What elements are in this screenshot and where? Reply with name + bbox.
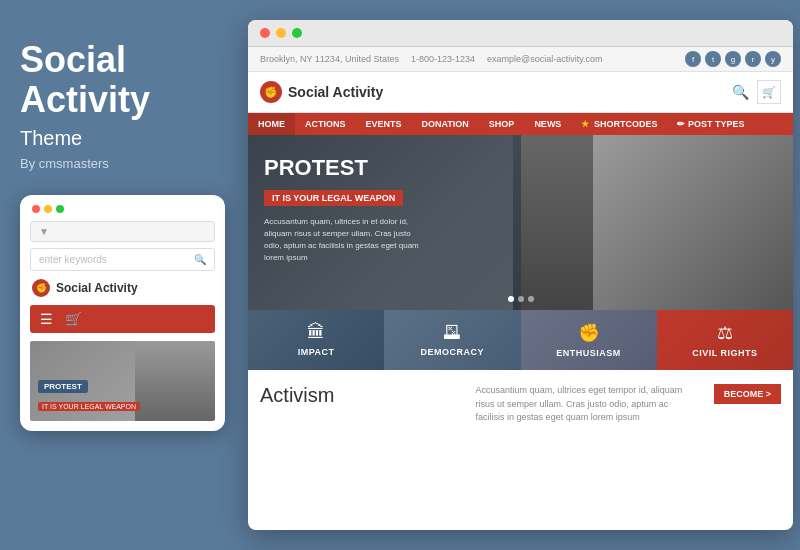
mobile-search-icon: 🔍 <box>194 254 206 265</box>
nav-actions[interactable]: ACTIONS <box>295 113 356 135</box>
mobile-window-dots <box>30 205 215 213</box>
browser-dot-yellow[interactable] <box>276 28 286 38</box>
mobile-hero-overlay: PROTEST IT IS YOUR LEGAL WEAPON <box>38 375 140 413</box>
nav-events[interactable]: EVENTS <box>356 113 412 135</box>
twitter-icon[interactable]: t <box>705 51 721 67</box>
feature-card-democracy[interactable]: 🗳 DEMOCRACY <box>384 310 520 370</box>
mobile-search-placeholder: enter keywords <box>39 254 107 265</box>
facebook-icon[interactable]: f <box>685 51 701 67</box>
impact-icon: 🏛 <box>256 322 376 343</box>
left-panel: SocialActivity Theme By cmsmasters ▼ ent… <box>0 0 248 550</box>
mobile-cart-icon[interactable]: 🛒 <box>65 311 82 327</box>
hero-dot-2[interactable] <box>518 296 524 302</box>
site-topbar: Brooklyn, NY 11234, United States 1-800-… <box>248 47 793 72</box>
hero-content: PROTEST IT IS YOUR LEGAL WEAPON Accusant… <box>264 155 424 264</box>
hero-weapon-subtitle: IT IS YOUR LEGAL WEAPON <box>264 190 403 206</box>
impact-label: IMPACT <box>256 347 376 357</box>
feature-card-civil-rights[interactable]: ⚖ CIVIL RIGHTS <box>657 310 793 370</box>
site-navigation: HOME ACTIONS EVENTS DONATION SHOP NEWS ★… <box>248 113 793 135</box>
activism-title: Activism <box>260 384 464 407</box>
site-search-button[interactable]: 🔍 <box>732 84 749 100</box>
nav-news[interactable]: NEWS <box>524 113 571 135</box>
mobile-dot-green <box>56 205 64 213</box>
mobile-logo-text: Social Activity <box>56 281 138 295</box>
browser-content: Brooklyn, NY 11234, United States 1-800-… <box>248 47 793 529</box>
topbar-location: Brooklyn, NY 11234, United States <box>260 54 399 64</box>
mobile-weapon-badge: IT IS YOUR LEGAL WEAPON <box>38 402 140 411</box>
mobile-logo-icon: ✊ <box>32 279 50 297</box>
mobile-menu-icon[interactable]: ☰ <box>40 311 53 327</box>
topbar-email: example@social-activity.com <box>487 54 603 64</box>
theme-subtitle: Theme <box>20 127 228 150</box>
nav-shortcodes[interactable]: ★ SHORTCODES <box>571 113 667 135</box>
bottom-left: Activism <box>260 384 476 425</box>
hero-dot-1[interactable] <box>508 296 514 302</box>
cart-button[interactable]: 🛒 <box>757 80 781 104</box>
feature-card-impact[interactable]: 🏛 IMPACT <box>248 310 384 370</box>
google-icon[interactable]: g <box>725 51 741 67</box>
site-header: ✊ Social Activity 🔍 🛒 <box>248 72 793 113</box>
browser-dot-green[interactable] <box>292 28 302 38</box>
become-button[interactable]: BECOME > <box>714 384 781 404</box>
nav-shop[interactable]: SHOP <box>479 113 525 135</box>
browser-titlebar <box>248 20 793 47</box>
theme-by: By cmsmasters <box>20 156 228 171</box>
youtube-icon[interactable]: y <box>765 51 781 67</box>
hero-body-text: Accusantum quam, ultrices in et dolor id… <box>264 216 424 264</box>
hero-section: PROTEST IT IS YOUR LEGAL WEAPON Accusant… <box>248 135 793 310</box>
hero-protest-title: PROTEST <box>264 155 424 181</box>
mobile-nav-bar: ☰ 🛒 <box>30 305 215 333</box>
civil-rights-label: CIVIL RIGHTS <box>665 348 785 358</box>
nav-donation[interactable]: DONATION <box>412 113 479 135</box>
bottom-body-text: Accusantium quam, ultrices eget tempor i… <box>476 384 696 425</box>
mobile-dropdown[interactable]: ▼ <box>30 221 215 242</box>
mobile-logo-row: ✊ Social Activity <box>30 279 215 297</box>
mobile-dot-yellow <box>44 205 52 213</box>
nav-home[interactable]: HOME <box>248 113 295 135</box>
feature-card-enthusiasm[interactable]: ✊ ENTHUSIASM <box>521 310 657 370</box>
mobile-dot-red <box>32 205 40 213</box>
enthusiasm-icon: ✊ <box>529 322 649 344</box>
hero-slider-dots <box>508 296 534 302</box>
site-logo-text: Social Activity <box>288 84 383 100</box>
hero-dot-3[interactable] <box>528 296 534 302</box>
enthusiasm-label: ENTHUSIASM <box>529 348 649 358</box>
site-logo: ✊ Social Activity <box>260 81 383 103</box>
civil-rights-icon: ⚖ <box>665 322 785 344</box>
mobile-search-bar[interactable]: enter keywords 🔍 <box>30 248 215 271</box>
nav-post-types[interactable]: ✏ POST TYPES <box>667 113 754 135</box>
topbar-social-icons: f t g r y <box>685 51 781 67</box>
topbar-phone: 1-800-123-1234 <box>411 54 475 64</box>
mobile-hero: PROTEST IT IS YOUR LEGAL WEAPON <box>30 341 215 421</box>
bottom-right: Accusantium quam, ultrices eget tempor i… <box>476 384 781 425</box>
theme-title: SocialActivity <box>20 40 228 119</box>
democracy-label: DEMOCRACY <box>392 347 512 357</box>
rss-icon[interactable]: r <box>745 51 761 67</box>
democracy-icon: 🗳 <box>392 322 512 343</box>
mobile-mockup: ▼ enter keywords 🔍 ✊ Social Activity ☰ 🛒… <box>20 195 225 431</box>
browser-window: Brooklyn, NY 11234, United States 1-800-… <box>248 20 793 530</box>
browser-dot-red[interactable] <box>260 28 270 38</box>
site-logo-icon: ✊ <box>260 81 282 103</box>
mobile-protest-badge: PROTEST <box>38 380 88 393</box>
feature-cards: 🏛 IMPACT 🗳 DEMOCRACY ✊ ENTHUSIASM <box>248 310 793 370</box>
bottom-section: Activism Accusantium quam, ultrices eget… <box>248 370 793 439</box>
